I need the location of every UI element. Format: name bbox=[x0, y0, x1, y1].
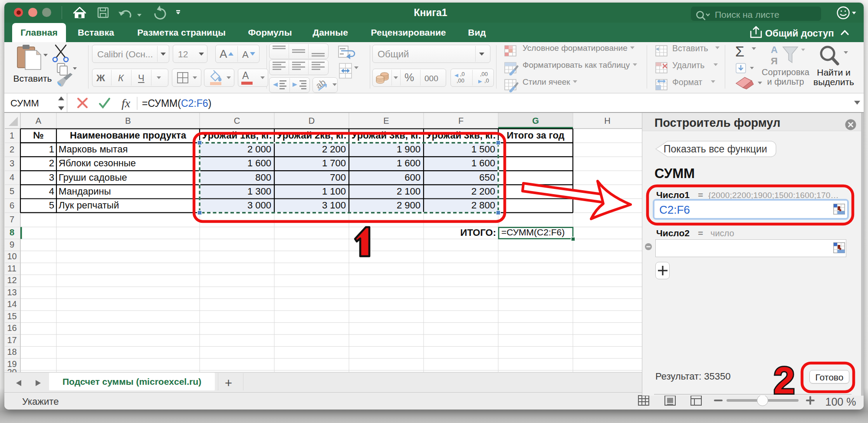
svg-text:2: 2 bbox=[774, 359, 795, 402]
